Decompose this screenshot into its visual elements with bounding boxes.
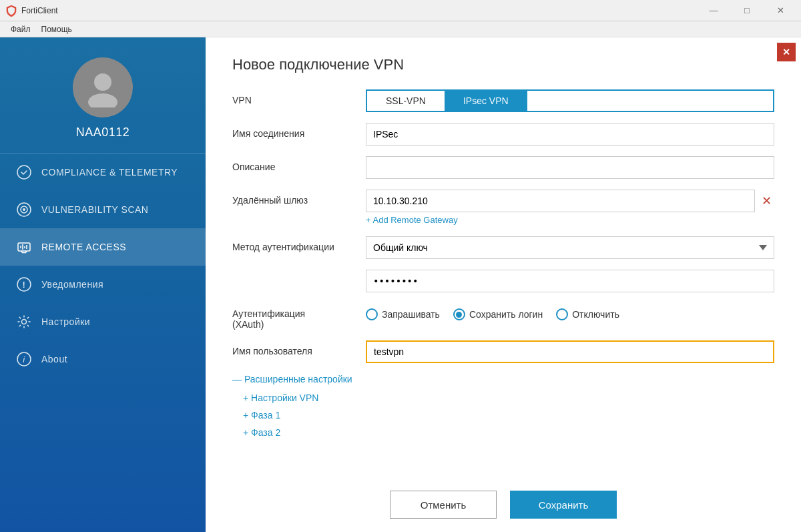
svg-point-0	[94, 73, 111, 91]
sidebar-label-vulnerability: VULNERABILITY SCAN	[41, 204, 148, 215]
xauth-disable-radio[interactable]	[556, 308, 568, 320]
username-row: Имя пользователя	[232, 340, 774, 363]
notifications-icon: !	[16, 276, 32, 292]
connection-name-field	[366, 123, 774, 146]
xauth-ask-label: Запрашивать	[382, 309, 440, 320]
advanced-toggle-label: — Расширенные настройки	[232, 374, 352, 384]
description-input[interactable]	[366, 156, 774, 179]
xauth-disable-label: Отключить	[572, 309, 619, 320]
password-field	[366, 270, 774, 292]
close-button[interactable]: ✕	[765, 0, 796, 21]
main-content: ✕ Новое подключение VPN VPN SSL-VPN IPse…	[206, 37, 801, 532]
description-row: Описание	[232, 156, 774, 179]
sidebar-label-notifications: Уведомления	[41, 279, 103, 290]
username-field	[366, 340, 774, 363]
xauth-field: Запрашивать Сохранить логин Отключить	[366, 303, 774, 320]
xauth-label: Аутентификация (XAuth)	[232, 303, 366, 330]
save-button[interactable]: Сохранить	[510, 491, 617, 519]
password-label-empty	[232, 270, 366, 275]
compliance-icon	[16, 164, 32, 180]
connection-name-label: Имя соединения	[232, 123, 366, 139]
gateway-field: ✕ + Add Remote Gateway	[366, 190, 774, 226]
advanced-toggle[interactable]: — Расширенные настройки	[232, 374, 774, 384]
password-input[interactable]	[366, 270, 774, 292]
sidebar-item-notifications[interactable]: ! Уведомления	[0, 266, 206, 303]
auth-method-label: Метод аутентификации	[232, 236, 366, 252]
sidebar: NAA0112 COMPLIANCE & TELEMETRY VULNE	[0, 37, 206, 532]
svg-point-1	[88, 93, 117, 107]
auth-method-select[interactable]: Общий ключ Сертификат	[366, 236, 774, 259]
sidebar-item-compliance[interactable]: COMPLIANCE & TELEMETRY	[0, 154, 206, 191]
vpn-settings-item[interactable]: + Настройки VPN	[243, 392, 774, 403]
xauth-ask-option[interactable]: Запрашивать	[366, 308, 440, 320]
svg-rect-6	[18, 243, 30, 251]
phase1-label: + Фаза 1	[243, 410, 280, 421]
phase1-item[interactable]: + Фаза 1	[243, 410, 774, 421]
vpn-type-row: VPN SSL-VPN IPsec VPN	[232, 89, 774, 112]
vulnerability-icon	[16, 202, 32, 218]
sidebar-label-settings: Настройки	[41, 316, 90, 327]
sidebar-item-remote-access[interactable]: REMOTE ACCESS	[0, 228, 206, 266]
password-row	[232, 270, 774, 292]
vpn-settings-label: + Настройки VPN	[243, 392, 318, 403]
xauth-save-option[interactable]: Сохранить логин	[453, 308, 543, 320]
svg-text:i: i	[23, 354, 25, 364]
sidebar-label-about: About	[41, 354, 67, 364]
sidebar-item-about[interactable]: i About	[0, 340, 206, 378]
about-icon: i	[16, 351, 32, 367]
gateway-input-row: ✕	[366, 190, 774, 212]
footer-buttons: Отменить Сохранить	[206, 477, 801, 532]
gateway-label: Удалённый шлюз	[232, 190, 366, 206]
user-section: NAA0112	[0, 37, 206, 153]
description-field	[366, 156, 774, 179]
settings-icon	[16, 314, 32, 330]
app-icon	[5, 5, 17, 17]
titlebar: FortiClient — □ ✕	[0, 0, 801, 21]
connection-name-input[interactable]	[366, 123, 774, 146]
remote-access-icon	[16, 239, 32, 255]
ipsec-vpn-button[interactable]: IPsec VPN	[445, 91, 527, 111]
connection-name-row: Имя соединения	[232, 123, 774, 146]
vpn-label: VPN	[232, 89, 366, 105]
phase2-item[interactable]: + Фаза 2	[243, 427, 774, 438]
menubar: Файл Помощь	[0, 21, 801, 37]
xauth-row: Аутентификация (XAuth) Запрашивать Сохра…	[232, 303, 774, 330]
add-gateway-link[interactable]: + Add Remote Gateway	[366, 215, 458, 225]
form-container: Новое подключение VPN VPN SSL-VPN IPsec …	[206, 37, 801, 465]
xauth-save-radio[interactable]	[453, 308, 465, 320]
minimize-button[interactable]: —	[698, 0, 729, 21]
form-title: Новое подключение VPN	[232, 56, 774, 73]
form-close-button[interactable]: ✕	[777, 43, 796, 61]
xauth-radio-group: Запрашивать Сохранить логин Отключить	[366, 303, 774, 320]
svg-text:!: !	[23, 280, 26, 290]
xauth-ask-radio[interactable]	[366, 308, 378, 320]
vpn-toggle-field: SSL-VPN IPsec VPN	[366, 89, 774, 112]
menu-help[interactable]: Помощь	[36, 23, 77, 35]
maximize-button[interactable]: □	[732, 0, 762, 21]
avatar	[73, 57, 133, 117]
sidebar-item-vulnerability[interactable]: VULNERABILITY SCAN	[0, 191, 206, 228]
menu-file[interactable]: Файл	[5, 23, 36, 35]
app-title: FortiClient	[21, 6, 698, 15]
username: NAA0112	[76, 125, 130, 140]
xauth-disable-option[interactable]: Отключить	[556, 308, 619, 320]
auth-method-field: Общий ключ Сертификат	[366, 236, 774, 259]
sidebar-item-settings[interactable]: Настройки	[0, 303, 206, 340]
gateway-clear-button[interactable]: ✕	[759, 194, 774, 208]
xauth-save-label: Сохранить логин	[469, 309, 543, 320]
cancel-button[interactable]: Отменить	[390, 491, 497, 519]
gateway-row: Удалённый шлюз ✕ + Add Remote Gateway	[232, 190, 774, 226]
phase2-label: + Фаза 2	[243, 427, 280, 438]
username-input[interactable]	[366, 340, 774, 363]
sidebar-label-remote-access: REMOTE ACCESS	[41, 242, 126, 252]
svg-point-2	[17, 166, 31, 179]
auth-method-row: Метод аутентификации Общий ключ Сертифик…	[232, 236, 774, 259]
vpn-toggle: SSL-VPN IPsec VPN	[366, 89, 774, 112]
svg-point-13	[22, 320, 27, 324]
ssl-vpn-button[interactable]: SSL-VPN	[367, 91, 445, 111]
svg-point-5	[23, 208, 25, 211]
sidebar-label-compliance: COMPLIANCE & TELEMETRY	[41, 167, 178, 178]
description-label: Описание	[232, 156, 366, 172]
window-controls: — □ ✕	[698, 0, 796, 21]
gateway-input[interactable]	[366, 190, 755, 212]
